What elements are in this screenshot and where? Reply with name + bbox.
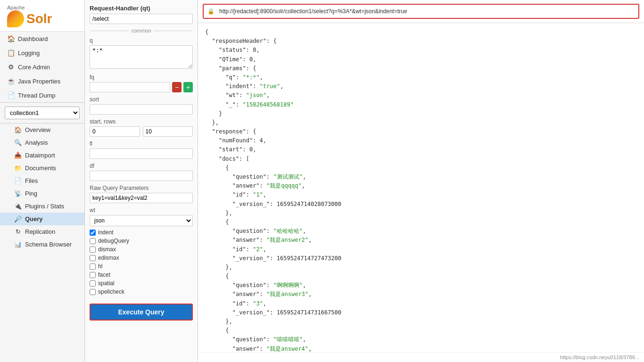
thread-dump-icon: 📄 bbox=[7, 91, 15, 99]
url-icon: 🔒 bbox=[207, 8, 215, 15]
logo-area: Apache Solr bbox=[0, 0, 84, 32]
start-input[interactable] bbox=[90, 126, 140, 137]
sidebar-item-label: Dashboard bbox=[18, 35, 48, 42]
start-rows-label: start, rows bbox=[90, 118, 193, 125]
edismax-label: edismax bbox=[98, 255, 119, 261]
spellcheck-label: spellcheck bbox=[98, 288, 124, 295]
facet-checkbox[interactable] bbox=[90, 272, 96, 278]
sidebar-item-logging[interactable]: 📋Logging bbox=[0, 46, 84, 60]
files-icon: 📄 bbox=[14, 177, 22, 184]
sub-nav-item-overview[interactable]: 🏠Overview bbox=[0, 123, 84, 136]
sort-input[interactable] bbox=[90, 104, 193, 115]
sub-nav-item-ping[interactable]: 📡Ping bbox=[0, 187, 84, 200]
edismax-row: edismax bbox=[90, 255, 193, 261]
sidebar-item-label: Thread Dump bbox=[18, 92, 55, 99]
bottom-link: https://blog.csdn.neyu0118/3786... bbox=[198, 352, 644, 362]
sub-nav-item-label: Ping bbox=[25, 190, 37, 197]
spellcheck-checkbox[interactable] bbox=[90, 289, 96, 295]
debug-query-row: debugQuery bbox=[90, 238, 193, 244]
documents-icon: 📁 bbox=[14, 165, 22, 172]
solr-flame-icon bbox=[7, 10, 24, 27]
facet-row: facet bbox=[90, 272, 193, 278]
json-output: { "responseHeader": { "status": 0, "QTim… bbox=[198, 23, 644, 352]
hl-checkbox[interactable] bbox=[90, 263, 96, 270]
result-panel: 🔒 { "responseHeader": { "status": 0, "QT… bbox=[198, 0, 644, 362]
facet-label: facet bbox=[98, 272, 110, 278]
plugins-stats-icon: 🔌 bbox=[14, 203, 22, 210]
fq-label: fq bbox=[90, 74, 193, 81]
handler-label: Request-Handler (qt) bbox=[90, 5, 193, 12]
df-label: df bbox=[90, 163, 193, 169]
collection-selector[interactable]: collection1 bbox=[0, 102, 84, 123]
sidebar-item-label: Java Properties bbox=[18, 78, 60, 85]
dataimport-icon: 📥 bbox=[14, 152, 22, 159]
logo-apache-text: Apache bbox=[7, 5, 77, 10]
fq-input[interactable] bbox=[90, 82, 170, 92]
sub-nav-item-label: Files bbox=[25, 177, 38, 184]
debug-query-checkbox[interactable] bbox=[90, 238, 96, 244]
replication-icon: ↻ bbox=[14, 228, 22, 235]
sub-nav-item-analysis[interactable]: 🔍Analysis bbox=[0, 136, 84, 149]
hl-label: hl bbox=[98, 263, 102, 270]
url-input-wrapper: 🔒 bbox=[203, 4, 639, 19]
logging-icon: 📋 bbox=[7, 49, 15, 57]
sub-nav-item-label: Analysis bbox=[25, 139, 48, 146]
q-input[interactable]: *:* bbox=[90, 45, 193, 69]
sidebar-item-core-admin[interactable]: ⚙Core Admin bbox=[0, 60, 84, 74]
sub-nav-item-schema-browser[interactable]: 📊Schema Browser bbox=[0, 238, 84, 251]
sub-nav-item-files[interactable]: 📄Files bbox=[0, 174, 84, 187]
dismax-checkbox[interactable] bbox=[90, 247, 96, 253]
sub-nav-item-replication[interactable]: ↻Replication bbox=[0, 225, 84, 238]
sidebar-item-java-properties[interactable]: ☕Java Properties bbox=[0, 74, 84, 88]
execute-query-button[interactable]: Execute Query bbox=[90, 304, 193, 321]
q-label: q bbox=[90, 37, 193, 44]
sub-nav-item-documents[interactable]: 📁Documents bbox=[0, 162, 84, 174]
spatial-checkbox[interactable] bbox=[90, 280, 96, 287]
raw-query-label: Raw Query Parameters bbox=[90, 185, 193, 191]
spatial-row: spatial bbox=[90, 280, 193, 287]
fq-row: − + bbox=[90, 82, 193, 92]
edismax-checkbox[interactable] bbox=[90, 255, 96, 261]
sub-nav-item-label: Dataimport bbox=[25, 152, 55, 159]
sub-nav-item-dataimport[interactable]: 📥Dataimport bbox=[0, 149, 84, 162]
rows-input[interactable] bbox=[143, 126, 193, 137]
df-input[interactable] bbox=[90, 171, 193, 181]
indent-label: indent bbox=[98, 229, 114, 236]
schema-browser-icon: 📊 bbox=[14, 241, 22, 248]
overview-icon: 🏠 bbox=[14, 126, 22, 133]
sidebar-item-thread-dump[interactable]: 📄Thread Dump bbox=[0, 88, 84, 102]
checkboxes-section: indent debugQuery dismax edismax hl face… bbox=[90, 229, 193, 295]
dismax-row: dismax bbox=[90, 246, 193, 253]
indent-checkbox[interactable] bbox=[90, 230, 96, 236]
fq-add-button[interactable]: + bbox=[183, 82, 193, 92]
fl-input[interactable] bbox=[90, 148, 193, 159]
indent-row: indent bbox=[90, 229, 193, 236]
collection-select[interactable]: collection1 bbox=[5, 107, 80, 119]
common-divider: common bbox=[90, 28, 193, 33]
url-input[interactable] bbox=[217, 7, 635, 16]
sidebar-item-label: Logging bbox=[18, 49, 40, 57]
sub-nav-item-label: Query bbox=[25, 215, 43, 222]
sub-nav-item-label: Documents bbox=[25, 165, 56, 172]
dismax-label: dismax bbox=[98, 246, 116, 253]
fq-remove-button[interactable]: − bbox=[172, 82, 182, 92]
sub-nav-item-plugins-stats[interactable]: 🔌Plugins / Stats bbox=[0, 200, 84, 213]
sort-label: sort bbox=[90, 96, 193, 103]
query-icon: 🔎 bbox=[14, 215, 22, 222]
analysis-icon: 🔍 bbox=[14, 139, 22, 146]
wt-select[interactable]: json xml python ruby php csv bbox=[90, 215, 193, 226]
main-nav: 🏠Dashboard📋Logging⚙Core Admin☕Java Prope… bbox=[0, 32, 84, 102]
wt-label: wt bbox=[90, 207, 193, 214]
sidebar-item-dashboard[interactable]: 🏠Dashboard bbox=[0, 32, 84, 46]
ping-icon: 📡 bbox=[14, 190, 22, 197]
dashboard-icon: 🏠 bbox=[7, 35, 15, 42]
handler-input[interactable] bbox=[90, 14, 193, 24]
sub-nav-item-query[interactable]: 🔎Query bbox=[0, 213, 84, 225]
query-panel: Request-Handler (qt) common q *:* fq − +… bbox=[85, 0, 198, 362]
hl-row: hl bbox=[90, 263, 193, 270]
sub-nav-item-label: Plugins / Stats bbox=[25, 203, 64, 210]
spatial-label: spatial bbox=[98, 280, 115, 287]
raw-query-input[interactable] bbox=[90, 193, 193, 203]
debug-query-label: debugQuery bbox=[98, 238, 129, 244]
java-properties-icon: ☕ bbox=[7, 77, 15, 85]
